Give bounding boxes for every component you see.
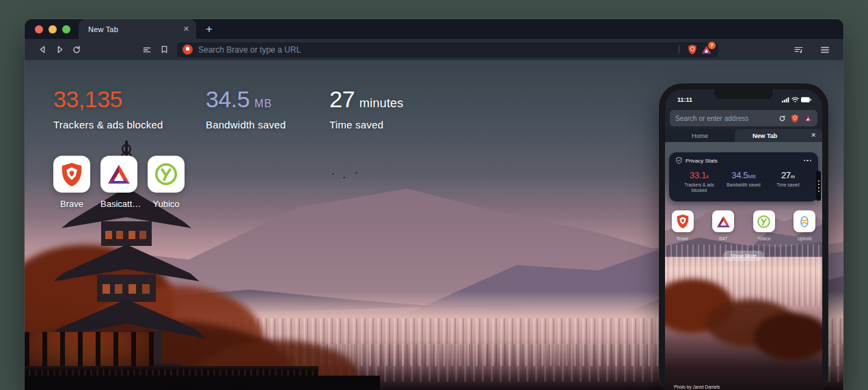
tab-new-tab[interactable]: New Tab ✕ xyxy=(79,19,196,39)
menu-icon[interactable] xyxy=(817,42,833,58)
url-placeholder: Search Brave or type a URL xyxy=(198,45,673,55)
trackers-label: Trackers & ads blocked xyxy=(53,119,188,130)
phone-trackers-value: 33.1 xyxy=(690,170,706,180)
screenshot-stage: New Tab ✕ + Sear xyxy=(0,0,868,390)
phone-tile-label: Uphold xyxy=(794,236,815,241)
tab-title: New Tab xyxy=(88,25,183,33)
phone-mockup: 11:11 Search or enter address xyxy=(659,83,828,390)
phone-tab-newtab[interactable]: New Tab ✕ xyxy=(735,129,822,142)
phone-privacy-card: Privacy Stats 33.1k Trackers & ads block… xyxy=(669,152,818,201)
privacy-card-title: Privacy Stats xyxy=(686,158,804,164)
reload-icon[interactable] xyxy=(68,42,85,58)
privacy-stats: 33,135 Trackers & ads blocked 34.5 MB Ba… xyxy=(53,86,421,130)
phone-rewards-icon[interactable] xyxy=(804,115,812,122)
phone-tile-label: Brave xyxy=(672,236,694,241)
phone-tile-bat[interactable]: BAT xyxy=(712,210,734,241)
signal-icon xyxy=(782,97,789,102)
show-more-button[interactable]: Show More xyxy=(723,251,764,261)
phone-notch xyxy=(714,89,773,99)
minimize-window-button[interactable] xyxy=(49,25,57,33)
phone-clock: 11:11 xyxy=(677,96,692,103)
phone-screen: 11:11 Search or enter address xyxy=(665,89,822,390)
sidebar-icon[interactable] xyxy=(139,42,155,58)
phone-url-bar[interactable]: Search or enter address xyxy=(670,110,817,126)
tab-bar: New Tab ✕ + xyxy=(25,19,843,39)
phone-time-value: 27 xyxy=(781,170,791,180)
phone-tile-label: Yubico xyxy=(753,236,775,241)
tab-close-icon[interactable]: ✕ xyxy=(183,25,189,33)
phone-tile-yubico[interactable]: Yubico xyxy=(753,210,775,241)
yubico-tile-icon xyxy=(148,156,185,193)
top-site-yubico[interactable]: Yubico xyxy=(148,156,185,193)
top-site-bat[interactable]: Basicatt… xyxy=(100,156,137,193)
top-site-brave[interactable]: Brave xyxy=(53,156,90,193)
privacy-shield-icon xyxy=(676,157,682,164)
time-value: 27 xyxy=(329,86,355,113)
phone-tab-newtab-label: New Tab xyxy=(752,133,777,139)
tile-label: Basicatt… xyxy=(100,199,137,209)
phone-stat-bandwidth: 34.5MB Bandwidth saved xyxy=(722,169,765,194)
top-sites: Brave Basicatt… Yubico xyxy=(53,156,185,193)
phone-tile-uphold[interactable]: Uphold xyxy=(794,210,815,241)
urlbar-divider xyxy=(679,45,679,54)
brave-shields-icon[interactable] xyxy=(686,44,699,56)
playlist-icon[interactable] xyxy=(790,42,806,58)
stat-trackers: 33,135 Trackers & ads blocked xyxy=(53,86,188,130)
phone-time-label: Time saved xyxy=(766,182,810,188)
new-tab-plus-icon[interactable]: + xyxy=(206,23,213,36)
phone-top-sites: Brave BAT Yubico xyxy=(672,210,815,241)
tile-label: Brave xyxy=(53,199,90,209)
phone-tab-close-icon[interactable]: ✕ xyxy=(811,132,816,139)
uphold-tile-icon xyxy=(794,210,815,232)
phone-bandwidth-value: 34.5 xyxy=(731,170,748,180)
phone-shields-icon[interactable] xyxy=(791,114,799,123)
toolbar: Search Brave or type a URL 7 xyxy=(25,39,843,60)
phone-bandwidth-unit: MB xyxy=(748,173,755,180)
phone-tile-label: BAT xyxy=(712,236,734,241)
photo-credit: Photo by Jared Daniels xyxy=(674,385,720,389)
phone-stat-trackers: 33.1k Trackers & ads blocked xyxy=(677,169,721,194)
window-controls xyxy=(35,25,70,33)
bat-tile-icon xyxy=(712,210,734,232)
brave-tile-icon xyxy=(672,210,694,232)
privacy-card-menu-icon[interactable] xyxy=(804,160,812,162)
phone-time-unit: m xyxy=(791,173,795,180)
phone-tab-strip: Home New Tab ✕ xyxy=(665,129,822,142)
close-window-button[interactable] xyxy=(35,25,43,33)
brave-search-icon xyxy=(182,44,193,55)
zoom-window-button[interactable] xyxy=(62,25,70,33)
phone-reload-icon[interactable] xyxy=(778,115,786,122)
stat-bandwidth: 34.5 MB Bandwidth saved xyxy=(206,86,312,130)
phone-stat-time: 27m Time saved xyxy=(766,169,810,194)
stat-time: 27 minutes Time saved xyxy=(329,86,403,130)
back-icon[interactable] xyxy=(34,42,51,58)
phone-bandwidth-label: Bandwidth saved xyxy=(722,182,765,188)
wifi-icon xyxy=(791,97,799,102)
trackers-value: 33,135 xyxy=(53,86,122,113)
phone-tile-brave[interactable]: Brave xyxy=(672,210,694,241)
battery-icon xyxy=(801,97,811,102)
tile-label: Yubico xyxy=(148,199,185,209)
time-unit: minutes xyxy=(360,96,403,111)
bandwidth-unit: MB xyxy=(254,98,272,110)
rewards-badge: 7 xyxy=(708,42,716,49)
phone-url-placeholder: Search or enter address xyxy=(675,115,774,122)
bandwidth-label: Bandwidth saved xyxy=(206,119,312,130)
yubico-tile-icon xyxy=(753,210,775,232)
phone-trackers-label: Trackers & ads blocked xyxy=(677,182,721,194)
toolbar-right xyxy=(790,42,834,58)
brave-tile-icon xyxy=(53,156,90,193)
bookmark-icon[interactable] xyxy=(156,42,172,58)
phone-tab-home[interactable]: Home xyxy=(665,129,735,142)
forward-icon[interactable] xyxy=(51,42,68,58)
url-bar[interactable]: Search Brave or type a URL 7 xyxy=(177,42,718,57)
time-label: Time saved xyxy=(329,119,403,130)
bat-tile-icon xyxy=(100,156,137,193)
brave-rewards-icon[interactable]: 7 xyxy=(699,44,713,56)
phone-trackers-unit: k xyxy=(706,173,709,180)
bandwidth-value: 34.5 xyxy=(206,86,249,113)
phone-scroll-handle[interactable] xyxy=(816,171,821,201)
